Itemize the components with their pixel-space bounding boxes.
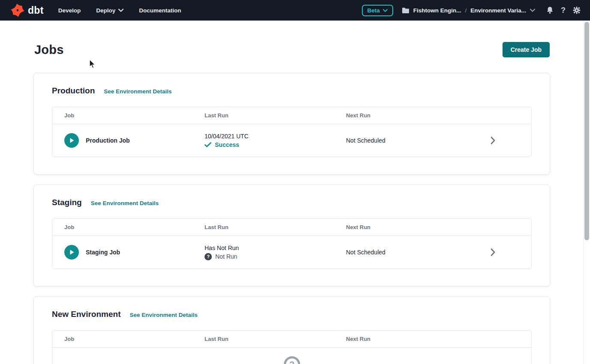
environment-title: Staging <box>52 198 82 207</box>
nav-item-deploy[interactable]: Deploy <box>96 7 123 14</box>
nav-right: Beta Fishtown Engin... / Environment Var… <box>362 5 581 16</box>
nav-item-documentation[interactable]: Documentation <box>139 7 181 14</box>
column-header-job: Job <box>52 112 205 119</box>
dbt-logo-text: dbt <box>28 5 44 16</box>
row-chevron-cell <box>491 248 532 256</box>
jobs-table: Job Last Run Next Run ? <box>52 330 532 364</box>
jobs-table: Job Last Run Next Run Production Job 10/… <box>52 107 532 157</box>
mouse-cursor <box>88 59 96 69</box>
beta-dropdown-button[interactable]: Beta <box>362 5 393 16</box>
breadcrumb: Fishtown Engin... / Environment Varia... <box>402 7 535 14</box>
environment-card-new-environment: New Environment See Environment Details … <box>33 296 550 364</box>
column-header-last-run: Last Run <box>205 112 346 119</box>
page-title: Jobs <box>34 43 64 57</box>
job-cell: Staging Job <box>52 245 205 260</box>
nav-item-develop[interactable]: Develop <box>58 7 81 14</box>
play-icon <box>69 249 75 255</box>
environment-title: Production <box>52 86 95 95</box>
nav-item-deploy-label: Deploy <box>96 7 115 14</box>
column-header-job: Job <box>52 336 205 342</box>
see-environment-details-link[interactable]: See Environment Details <box>129 312 197 318</box>
job-row-staging[interactable]: Staging Job Has Not Run ? Not Run Not Sc… <box>52 236 531 269</box>
chevron-right-icon[interactable] <box>491 137 495 144</box>
last-run-cell: 10/04/2021 UTC Success <box>205 133 346 148</box>
see-environment-details-link[interactable]: See Environment Details <box>104 88 172 95</box>
nav-links: Develop Deploy Documentation <box>58 7 181 14</box>
nav-icon-cluster: ? <box>546 6 581 14</box>
job-status: Success <box>205 141 346 148</box>
status-label: Not Run <box>215 253 237 260</box>
column-header-next-run: Next Run <box>346 112 491 119</box>
nav-item-develop-label: Develop <box>58 7 81 14</box>
chevron-down-icon[interactable] <box>530 9 535 12</box>
bell-icon[interactable] <box>546 6 554 14</box>
top-nav: dbt Develop Deploy Documentation Beta Fi… <box>0 0 590 21</box>
scrollbar-thumb[interactable] <box>584 22 589 240</box>
check-icon <box>205 142 211 147</box>
dbt-logo[interactable]: dbt <box>10 3 44 18</box>
column-header-job: Job <box>52 224 205 230</box>
environment-header: New Environment See Environment Details <box>52 310 532 319</box>
empty-jobs-state: ? <box>52 348 531 364</box>
jobs-table: Job Last Run Next Run Staging Job Has No… <box>52 218 532 269</box>
job-name: Staging Job <box>86 249 120 256</box>
create-job-button[interactable]: Create Job <box>503 42 550 57</box>
play-icon <box>69 137 75 143</box>
question-circle-icon: ? <box>205 253 212 260</box>
next-run-cell: Not Scheduled <box>346 137 491 144</box>
chevron-right-icon[interactable] <box>491 248 495 256</box>
run-job-button[interactable] <box>64 245 79 260</box>
column-header-last-run: Last Run <box>205 336 346 342</box>
help-icon[interactable]: ? <box>561 6 566 14</box>
jobs-table-header: Job Last Run Next Run <box>52 219 531 236</box>
environment-card-production: Production See Environment Details Job L… <box>33 73 550 175</box>
folder-icon <box>402 7 409 14</box>
breadcrumb-separator: / <box>465 7 467 14</box>
run-job-button[interactable] <box>64 133 79 148</box>
job-status: ? Not Run <box>205 253 346 260</box>
page-header: Jobs Create Job <box>34 42 550 57</box>
chevron-down-icon <box>118 9 123 12</box>
question-circle-icon: ? <box>284 356 300 364</box>
column-header-last-run: Last Run <box>205 224 346 230</box>
environment-header: Production See Environment Details <box>52 86 532 95</box>
job-cell: Production Job <box>52 133 205 148</box>
chevron-down-icon <box>383 9 388 12</box>
breadcrumb-page[interactable]: Environment Varia... <box>470 7 526 14</box>
column-header-next-run: Next Run <box>346 224 491 230</box>
breadcrumb-project[interactable]: Fishtown Engin... <box>413 7 461 14</box>
vertical-scrollbar <box>583 21 590 364</box>
last-run-cell: Has Not Run ? Not Run <box>205 245 346 260</box>
nav-item-documentation-label: Documentation <box>139 7 181 14</box>
jobs-table-header: Job Last Run Next Run <box>52 107 531 124</box>
status-label: Success <box>215 141 239 148</box>
column-header-next-run: Next Run <box>346 336 491 342</box>
row-chevron-cell <box>491 137 532 144</box>
job-row-production[interactable]: Production Job 10/04/2021 UTC Success No… <box>52 124 531 157</box>
next-run-cell: Not Scheduled <box>346 249 491 256</box>
environment-title: New Environment <box>52 310 120 319</box>
beta-label: Beta <box>367 7 380 14</box>
job-name: Production Job <box>86 137 130 144</box>
see-environment-details-link[interactable]: See Environment Details <box>91 200 159 206</box>
dbt-logo-icon <box>10 3 25 18</box>
last-run-date: Has Not Run <box>205 245 346 251</box>
jobs-table-header: Job Last Run Next Run <box>52 331 531 348</box>
environment-header: Staging See Environment Details <box>52 198 532 207</box>
environment-card-staging: Staging See Environment Details Job Last… <box>33 185 550 286</box>
gear-icon[interactable] <box>573 6 581 14</box>
last-run-date: 10/04/2021 UTC <box>205 133 346 140</box>
